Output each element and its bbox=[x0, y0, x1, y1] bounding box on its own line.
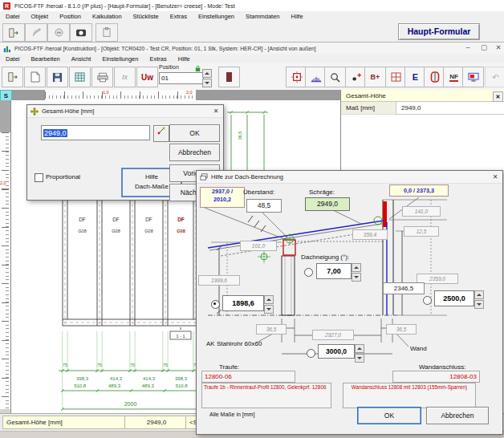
dim-36-5-right-box: 36,5 bbox=[386, 324, 417, 335]
child-menu-bearbeiten[interactable]: Bearbeiten bbox=[26, 55, 66, 63]
stop-button[interactable] bbox=[218, 67, 240, 87]
child-menu-einstellungen[interactable]: Einstellungen bbox=[96, 55, 144, 63]
hoehe-rechts-up-button[interactable] bbox=[474, 290, 484, 299]
dim-75-4: 75 bbox=[163, 363, 168, 367]
property-panel-close-button[interactable]: ✕ bbox=[493, 91, 503, 102]
dim-glass-4: 398,3 bbox=[175, 376, 188, 381]
exit-button[interactable] bbox=[2, 23, 25, 42]
dim-1999-6-box: 1999,6 bbox=[198, 275, 240, 286]
minimize-button[interactable]: – bbox=[462, 43, 474, 51]
add-profile-button[interactable]: B+ bbox=[364, 67, 386, 87]
close-button[interactable]: ✕ bbox=[493, 43, 504, 51]
hoehe-value-input[interactable]: 2949,0 bbox=[41, 125, 150, 140]
camera-button[interactable] bbox=[70, 23, 92, 42]
cancel-button[interactable]: Abbrechen bbox=[169, 144, 220, 161]
hoehe-links-stepper bbox=[264, 295, 274, 314]
mass-value-field[interactable]: 2949,0 bbox=[396, 102, 504, 115]
hoehe-rechts-down-button[interactable] bbox=[474, 300, 484, 309]
gesamt-hoehe-dialog: Gesamt-Höhe [mm] ✕ 2949,0 OK Abbrechen P… bbox=[26, 104, 224, 201]
ok-button[interactable]: OK bbox=[169, 124, 220, 142]
dim-axis-1: 510,8 bbox=[74, 383, 87, 388]
dach-cancel-button[interactable]: Abbrechen bbox=[426, 407, 489, 424]
panel-labels: DF DF DF DF G08 G08 G08 G08 bbox=[78, 217, 185, 233]
panel-3-top-label: DF bbox=[145, 217, 152, 222]
position-down-button[interactable] bbox=[202, 79, 212, 87]
undo-button[interactable]: ↶ bbox=[485, 67, 504, 87]
monitor-icon bbox=[468, 72, 479, 83]
ix-button[interactable]: Ix bbox=[114, 67, 136, 87]
dim-359-4-box: 359,4 bbox=[352, 229, 388, 240]
top-section-dim: 36,5 bbox=[238, 132, 242, 140]
dach-ok-button[interactable]: OK bbox=[357, 407, 421, 424]
dimension-cross-icon bbox=[30, 107, 39, 116]
haupt-formular-button[interactable]: Haupt-Formular bbox=[398, 23, 480, 40]
menu-datei[interactable]: Datei bbox=[0, 13, 26, 20]
info-button[interactable] bbox=[47, 23, 70, 42]
main-window-titlebar: R PICOS-FTF /heroal - 8.1.0 (/P plus) - … bbox=[0, 0, 504, 12]
edit-button[interactable] bbox=[25, 23, 47, 42]
exit-construction-button[interactable] bbox=[2, 67, 23, 87]
table-button[interactable] bbox=[69, 67, 91, 87]
menu-einstellungen[interactable]: Einstellungen bbox=[193, 13, 240, 20]
grid-fields-button[interactable] bbox=[385, 67, 407, 87]
menu-kalkulation[interactable]: Kalkulation bbox=[87, 13, 128, 20]
dachneigung-stepper bbox=[352, 263, 361, 282]
position-label: Position bbox=[159, 64, 179, 70]
coord-left-line2: 2010,2 bbox=[201, 196, 244, 204]
coord-left-box: 2937,0 / 2010,2 bbox=[200, 187, 245, 208]
print-button[interactable] bbox=[91, 67, 113, 87]
hoehe-rechts-input[interactable] bbox=[434, 290, 474, 306]
dach-dialog-close-button[interactable]: ✕ bbox=[490, 172, 500, 181]
element-button[interactable]: E bbox=[404, 67, 426, 87]
hoehe-links-up-button[interactable] bbox=[264, 295, 274, 304]
main-window-title: PICOS-FTF /heroal - 8.1.0 (/P plus) - [H… bbox=[14, 3, 235, 9]
proportional-checkbox[interactable] bbox=[35, 173, 43, 182]
nf-button[interactable]: NF bbox=[443, 67, 465, 87]
breite-down-button[interactable] bbox=[355, 354, 364, 363]
uw-button[interactable]: Uw bbox=[136, 67, 158, 87]
panel-2-top-label: DF bbox=[112, 217, 120, 222]
hoehe-links-down-button[interactable] bbox=[264, 305, 274, 314]
zoom-button[interactable] bbox=[324, 67, 346, 87]
zoom-region-button[interactable] bbox=[286, 67, 307, 87]
hoehe-links-radio[interactable] bbox=[211, 300, 220, 309]
menu-hilfe[interactable]: Hilfe bbox=[286, 13, 309, 20]
table-grid-icon bbox=[75, 72, 85, 82]
child-menu-hilfe[interactable]: Hilfe bbox=[173, 55, 196, 63]
menu-objekt[interactable]: Objekt bbox=[26, 13, 55, 20]
measure-angle-button[interactable] bbox=[305, 67, 327, 87]
breite-up-button[interactable] bbox=[355, 344, 364, 353]
badge-icon bbox=[54, 27, 64, 38]
breite-radio[interactable] bbox=[307, 349, 315, 358]
construction-window-icon bbox=[3, 45, 11, 53]
gesamt-hoehe-close-button[interactable]: ✕ bbox=[211, 107, 221, 116]
schraege-value: 2949,0 bbox=[305, 197, 350, 211]
hoehe-rechts-radio[interactable] bbox=[423, 296, 432, 305]
dachneigung-radio[interactable] bbox=[304, 268, 313, 277]
profile-section-button[interactable] bbox=[424, 67, 445, 87]
position-input[interactable] bbox=[159, 72, 204, 84]
child-menu-datei[interactable]: Datei bbox=[0, 55, 26, 63]
dim-axis-4: 510,8 bbox=[176, 383, 189, 388]
child-menu-ansicht[interactable]: Ansicht bbox=[66, 55, 97, 63]
display-button[interactable] bbox=[462, 67, 484, 87]
child-menu-extras[interactable]: Extras bbox=[144, 55, 172, 63]
menu-stammdaten[interactable]: Stammdaten bbox=[240, 13, 286, 20]
menu-stueckliste[interactable]: Stückliste bbox=[128, 13, 165, 20]
menu-position[interactable]: Position bbox=[54, 13, 87, 20]
position-up-button[interactable] bbox=[202, 69, 212, 78]
maximize-button[interactable]: ▢ bbox=[478, 43, 490, 51]
dachneigung-input[interactable] bbox=[316, 263, 352, 279]
clipboard-button[interactable] bbox=[96, 23, 118, 42]
new-button[interactable] bbox=[24, 67, 46, 87]
dachneigung-down-button[interactable] bbox=[352, 273, 361, 282]
dachneigung-up-button[interactable] bbox=[352, 263, 361, 272]
hoehe-links-input[interactable] bbox=[222, 295, 264, 311]
hoehe-rechts-stepper bbox=[474, 290, 484, 309]
add-dimension-button[interactable] bbox=[345, 67, 367, 87]
lock-icon bbox=[194, 65, 201, 72]
pick-dimension-button[interactable] bbox=[153, 125, 169, 142]
save-button[interactable] bbox=[47, 67, 68, 87]
menu-extras[interactable]: Extras bbox=[165, 13, 193, 20]
breite-input[interactable] bbox=[318, 344, 355, 359]
